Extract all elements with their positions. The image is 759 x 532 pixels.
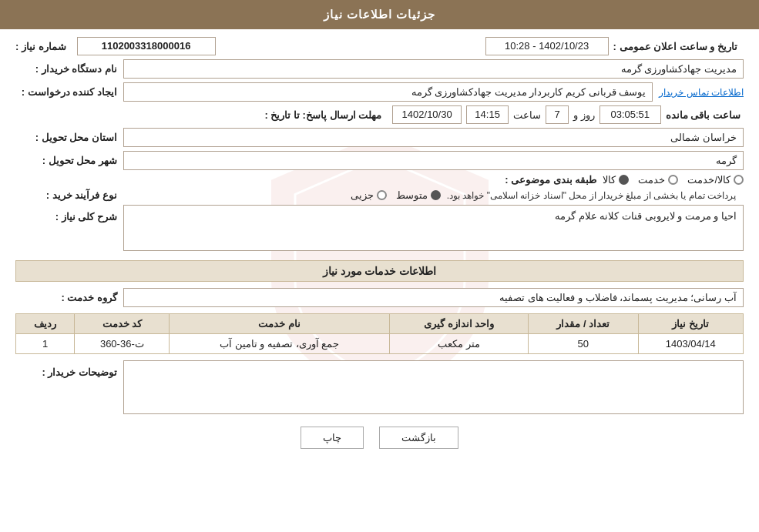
general-desc-row: احیا و مرمت و لایروبی قنات کلانه علام گر…: [15, 205, 744, 251]
services-section-title: اطلاعات خدمات مورد نیاز: [15, 260, 744, 282]
main-content: جزئیات اطلاعات نیاز تاریخ و ساعت اعلان ع…: [0, 0, 759, 470]
purchase-type-label-medium: متوسط: [396, 189, 428, 201]
deadline-days-label: روز و: [573, 109, 595, 121]
cell-date: 1403/04/14: [638, 334, 743, 354]
service-group-value: آب رسانی؛ مدیریت پسماند، فاضلاب و فعالیت…: [123, 288, 744, 307]
deadline-remaining-value: 03:05:51: [599, 105, 661, 124]
radio-khedmat: [668, 175, 678, 185]
buyer-org-value: مدیریت جهادکشاورزی گرمه: [123, 59, 744, 79]
radio-small: [377, 190, 387, 200]
radio-kala: [619, 175, 629, 185]
col-header-name: نام خدمت: [170, 314, 390, 334]
services-table: تاریخ نیاز تعداد / مقدار واحد اندازه گیر…: [15, 313, 744, 354]
table-row: 1403/04/1450متر مکعبجمع آوری، تصفیه و تا…: [16, 334, 744, 354]
cell-count: 50: [528, 334, 638, 354]
deadline-label: مهلت ارسال پاسخ: تا تاریخ :: [264, 109, 388, 121]
purchase-type-options: متوسط جزیی: [351, 189, 441, 201]
deadline-row: ساعت باقی مانده 03:05:51 روز و 7 ساعت 14…: [15, 105, 744, 124]
back-button[interactable]: بازگشت: [379, 427, 458, 449]
button-row: بازگشت چاپ: [15, 427, 744, 449]
deadline-remaining-label: ساعت باقی مانده: [666, 109, 741, 121]
purchase-type-small[interactable]: جزیی: [351, 189, 387, 201]
announce-date-label: تاریخ و ساعت اعلان عمومی :: [613, 41, 744, 52]
service-group-row: آب رسانی؛ مدیریت پسماند، فاضلاب و فعالیت…: [15, 288, 744, 307]
deadline-date-value: 1402/10/30: [392, 105, 462, 124]
deadline-days-value: 7: [546, 105, 569, 124]
service-group-label: گروه خدمت :: [15, 292, 123, 303]
buyer-org-row: مدیریت جهادکشاورزی گرمه نام دستگاه خریدا…: [15, 59, 744, 79]
content-area: تاریخ و ساعت اعلان عمومی : 1402/10/23 - …: [0, 29, 759, 470]
buyer-notes-value: [123, 360, 744, 414]
page-container: ↺ جزئیات اطلاعات نیاز تاریخ و ساعت اعلان…: [0, 0, 759, 532]
col-header-date: تاریخ نیاز: [638, 314, 743, 334]
contact-link[interactable]: اطلاعات تماس خریدار: [659, 87, 744, 98]
buyer-notes-label: توضیحات خریدار :: [15, 360, 123, 378]
purchase-type-label: نوع فرآیند خرید :: [15, 189, 123, 201]
category-label-kala: کالا: [603, 174, 616, 186]
purchase-note: پرداخت تمام یا بخشی از مبلغ خریدار از مح…: [447, 190, 736, 201]
requester-label: ایجاد کننده درخواست :: [15, 86, 123, 98]
need-number-group: 1102003318000016 شماره نیاز :: [15, 37, 216, 55]
province-value: خراسان شمالی: [123, 128, 744, 147]
requester-row: اطلاعات تماس خریدار یوسف قربانی کریم کار…: [15, 82, 744, 102]
category-label: طبقه بندی موضوعی :: [495, 174, 603, 186]
category-option-kala[interactable]: کالا: [603, 174, 629, 186]
requester-value: یوسف قربانی کریم کاربردار مدیریت جهادکشا…: [123, 82, 653, 102]
city-label: شهر محل تحویل :: [15, 155, 123, 166]
col-header-code: کد خدمت: [75, 314, 170, 334]
category-label-kala-khedmat: کالا/خدمت: [687, 174, 730, 186]
buyer-org-label: نام دستگاه خریدار :: [15, 63, 123, 75]
category-option-kala-khedmat[interactable]: کالا/خدمت: [687, 174, 744, 186]
radio-kala-khedmat: [734, 175, 744, 185]
city-row: گرمه شهر محل تحویل :: [15, 151, 744, 170]
category-option-khedmat[interactable]: خدمت: [638, 174, 678, 186]
buyer-notes-row: توضیحات خریدار :: [15, 360, 744, 414]
radio-medium: [431, 190, 441, 200]
category-label-khedmat: خدمت: [638, 174, 665, 186]
col-header-row: ردیف: [16, 314, 75, 334]
purchase-type-content: پرداخت تمام یا بخشی از مبلغ خریدار از مح…: [123, 189, 744, 201]
category-row: کالا/خدمت خدمت کالا طبقه بندی موضوعی :: [15, 174, 744, 186]
general-desc-label: شرح کلی نیاز :: [15, 205, 123, 223]
announce-date-group: تاریخ و ساعت اعلان عمومی : 1402/10/23 - …: [225, 37, 744, 55]
city-value: گرمه: [123, 151, 744, 170]
cell-name: جمع آوری، تصفیه و تامین آب: [170, 334, 390, 354]
purchase-type-medium[interactable]: متوسط: [396, 189, 441, 201]
need-number-label: شماره نیاز :: [15, 41, 72, 52]
purchase-type-label-small: جزیی: [351, 189, 374, 201]
category-options: کالا/خدمت خدمت کالا: [603, 174, 744, 186]
print-button[interactable]: چاپ: [301, 427, 364, 449]
general-desc-value: احیا و مرمت و لایروبی قنات کلانه علام گر…: [123, 205, 744, 251]
page-title: جزئیات اطلاعات نیاز: [0, 0, 759, 29]
announce-date-value: 1402/10/23 - 10:28: [485, 37, 609, 55]
cell-unit: متر مکعب: [390, 334, 529, 354]
purchase-type-row: پرداخت تمام یا بخشی از مبلغ خریدار از مح…: [15, 189, 744, 201]
province-label: استان محل تحویل :: [15, 132, 123, 143]
col-header-count: تعداد / مقدار: [528, 314, 638, 334]
deadline-time-value: 14:15: [466, 105, 509, 124]
col-header-unit: واحد اندازه گیری: [390, 314, 529, 334]
need-number-value: 1102003318000016: [77, 37, 216, 55]
cell-code: ت-36-360: [75, 334, 170, 354]
province-row: خراسان شمالی استان محل تحویل :: [15, 128, 744, 147]
top-info-row: تاریخ و ساعت اعلان عمومی : 1402/10/23 - …: [15, 37, 744, 55]
table-header-row: تاریخ نیاز تعداد / مقدار واحد اندازه گیر…: [16, 314, 744, 334]
deadline-time-label: ساعت: [513, 109, 541, 121]
cell-row: 1: [16, 334, 75, 354]
